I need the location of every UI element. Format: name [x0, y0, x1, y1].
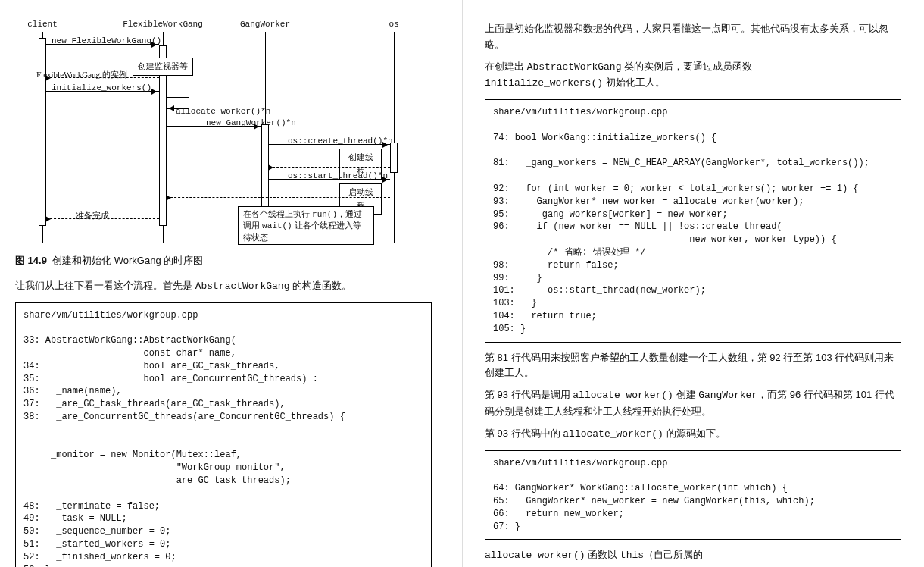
msg-init-workers-label: initialize_workers()	[52, 82, 151, 96]
text: 函数以	[585, 549, 620, 560]
text: 第 93 行代码是调用	[485, 389, 573, 400]
text: 初始化工人。	[603, 77, 665, 88]
lifeline-label-gangworker: GangWorker	[240, 18, 290, 32]
code-content: 64: GangWorker* WorkGang::allocate_worke…	[493, 483, 815, 531]
note-wait-run: run()	[312, 210, 337, 219]
code-file-path: share/vm/utilities/workgroup.cpp	[23, 310, 198, 321]
sequence-diagram: client FlexibleWorkGang GangWorker os ne…	[15, 18, 409, 246]
msg-return-instance-label: FlexibleWorkGang 的实例	[36, 68, 127, 82]
text: 创建	[673, 389, 698, 400]
text: 第 93 行代码中的	[485, 428, 563, 439]
code-block-initialize-workers: share/vm/utilities/workgroup.cpp 74: boo…	[485, 99, 901, 342]
lifeline-label-client: client	[27, 18, 58, 32]
text: 在创建出	[485, 61, 527, 72]
code-ref-allocate-worker: allocate_worker()	[573, 390, 673, 401]
msg-new-gangworker-label: new GangWorker()*n	[206, 117, 296, 130]
code-ref-abstractworkgang: AbstractWorkGang	[195, 280, 290, 292]
code-content: 33: AbstractWorkGang::AbstractWorkGang( …	[23, 335, 345, 567]
note-create-monitor: 创建监视器等	[133, 58, 193, 76]
note-wait: 在各个线程上执行 run()，通过调用 wait() 让各个线程进入等待状态	[238, 206, 374, 245]
lifeline-label-flexibleworkgang: FlexibleWorkGang	[123, 18, 203, 32]
paragraph-right-4: 第 93 行代码是调用 allocate_worker() 创建 GangWor…	[485, 387, 901, 420]
msg-ready-label: 准备完成	[76, 209, 109, 223]
figure-number: 图 14.9	[15, 255, 47, 266]
code-ref-initialize-workers: initialize_workers()	[485, 77, 603, 89]
code-file-path: share/vm/utilities/workgroup.cpp	[493, 458, 667, 468]
code-ref-allocate-worker: allocate_worker()	[563, 428, 663, 440]
note-wait-wait: wait()	[262, 221, 292, 230]
activation-client	[39, 38, 46, 226]
msg-create-thread-return	[269, 167, 390, 168]
paragraph-right-1: 上面是初始化监视器和数据的代码，大家只看懂这一点即可。其他代码没有太多关系，可以…	[485, 21, 901, 53]
paragraph-right-3: 第 81 行代码用来按照客户希望的工人数量创建一个工人数组，第 92 行至第 1…	[485, 350, 901, 382]
code-ref-this: this	[620, 550, 644, 561]
text: 的构造函数。	[289, 280, 351, 291]
code-block-allocate-worker: share/vm/utilities/workgroup.cpp 64: Gan…	[485, 450, 901, 540]
msg-create-thread-label: os::create_thread()*n	[288, 135, 393, 149]
text: （自己所属的	[644, 549, 703, 560]
paragraph-right-6: allocate_worker() 函数以 this（自己所属的	[485, 547, 901, 564]
page-left: client FlexibleWorkGang GangWorker os ne…	[0, 0, 462, 567]
code-content: 74: bool WorkGang::initialize_workers() …	[493, 133, 869, 334]
text: 类的实例后，要通过成员函数	[621, 61, 752, 72]
figure-caption: 图 14.9 创建和初始化 WorkGang 的时序图	[15, 253, 432, 269]
code-file-path: share/vm/utilities/workgroup.cpp	[493, 107, 667, 117]
paragraph-right-5: 第 93 行代码中的 allocate_worker() 的源码如下。	[485, 426, 901, 443]
code-block-abstractworkgang-ctor: share/vm/utilities/workgroup.cpp 33: Abs…	[15, 302, 432, 567]
code-ref-allocate-worker: allocate_worker()	[485, 550, 585, 561]
code-ref-abstractworkgang: AbstractWorkGang	[527, 61, 622, 73]
msg-new-fwg-label: new FlexibleWorkGang()	[52, 35, 161, 49]
figure-title: 创建和初始化 WorkGang 的时序图	[52, 255, 203, 266]
lifeline-os	[394, 32, 395, 243]
page-right: 上面是初始化监视器和数据的代码，大家只看懂这一点即可。其他代码没有太多关系，可以…	[462, 0, 924, 567]
paragraph-right-2: 在创建出 AbstractWorkGang 类的实例后，要通过成员函数 init…	[485, 59, 901, 92]
note-wait-text-1: 在各个线程上执行	[243, 209, 312, 218]
lifeline-label-os: os	[389, 18, 398, 32]
paragraph-left-1: 让我们从上往下看一看这个流程。首先是 AbstractWorkGang 的构造函…	[15, 278, 432, 295]
msg-start-thread-return	[167, 197, 390, 198]
code-ref-gangworker: GangWorker	[698, 390, 757, 401]
text: 让我们从上往下看一看这个流程。首先是	[15, 280, 195, 291]
msg-start-thread-label: os::start_thread()*n	[288, 170, 388, 183]
text: 的源码如下。	[663, 428, 726, 439]
